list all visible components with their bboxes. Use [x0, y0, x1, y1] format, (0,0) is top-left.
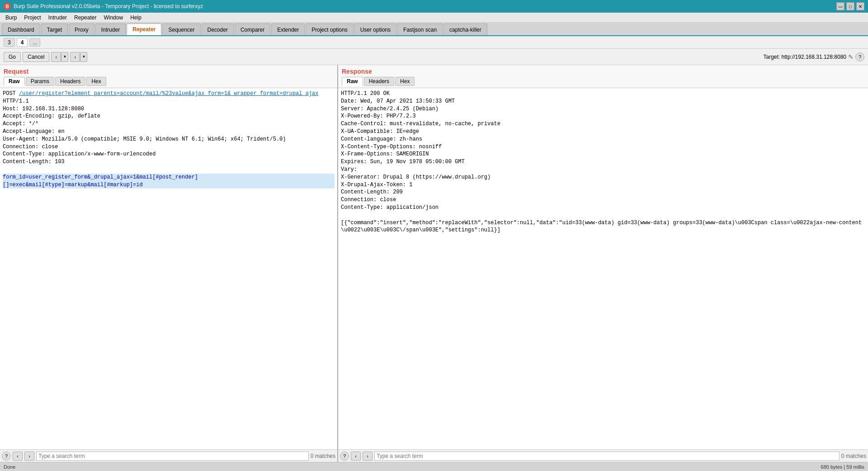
response-search-input[interactable]: [374, 452, 840, 461]
response-title: Response: [342, 68, 864, 75]
response-search-help[interactable]: ?: [340, 452, 349, 461]
request-search-input[interactable]: [36, 452, 309, 461]
request-panel: Request Raw Params Headers Hex POST /use…: [0, 65, 338, 462]
repeater-tab-3[interactable]: 3: [4, 38, 15, 47]
response-search-bar: ? ‹ › 0 matches: [338, 449, 868, 462]
menu-bar: Burp Project Intruder Repeater Window He…: [0, 13, 868, 23]
response-line: X-Generator: Drupal 8 (https://www.drupa…: [341, 174, 865, 181]
edit-target-icon[interactable]: ✎: [848, 53, 854, 61]
request-line: POST /user/register?element_parents=acco…: [3, 90, 335, 105]
menu-help[interactable]: Help: [127, 14, 145, 22]
request-search-prev[interactable]: ‹: [13, 452, 23, 461]
response-line: [{"command":"insert","method":"replaceWi…: [341, 219, 865, 235]
request-line: Accept: */*: [3, 120, 335, 128]
title-bar-controls: — □ ✕: [836, 2, 864, 10]
repeater-tab-more[interactable]: ...: [29, 38, 40, 47]
next-dropdown[interactable]: ▼: [80, 52, 87, 62]
request-line: form_id=user_register_form&_drupal_ajax=…: [3, 174, 335, 189]
minimize-button[interactable]: —: [836, 2, 844, 10]
prev-dropdown[interactable]: ▼: [61, 52, 68, 62]
app-icon: B: [4, 3, 11, 10]
response-search-next[interactable]: ›: [363, 452, 373, 461]
response-tabs: Raw Headers Hex: [342, 77, 864, 86]
response-search-prev[interactable]: ‹: [351, 452, 361, 461]
request-line: Content-Type: application/x-www-form-url…: [3, 151, 335, 158]
request-search-help[interactable]: ?: [2, 452, 11, 461]
go-button[interactable]: Go: [4, 52, 21, 62]
tab-intruder[interactable]: Intruder: [95, 24, 126, 35]
tab-captcha-killer[interactable]: captcha-killer: [443, 24, 487, 35]
request-line: Host: 192.168.31.128:8080: [3, 105, 335, 113]
title-bar-left: B Burp Suite Professional v2.0.05beta - …: [4, 3, 203, 10]
request-line: Accept-Encoding: gzip, deflate: [3, 113, 335, 120]
menu-project[interactable]: Project: [20, 14, 44, 22]
menu-window[interactable]: Window: [100, 14, 127, 22]
request-search-next[interactable]: ›: [24, 452, 34, 461]
tab-target[interactable]: Target: [41, 24, 68, 35]
response-panel: Response Raw Headers Hex HTTP/1.1 200 OK…: [338, 65, 868, 462]
response-line: Server: Apache/2.4.25 (Debian): [341, 105, 865, 113]
request-search-matches: 0 matches: [311, 453, 335, 459]
tab-decoder[interactable]: Decoder: [202, 24, 234, 35]
response-line: [341, 212, 865, 219]
response-line: X-Powered-By: PHP/7.2.3: [341, 113, 865, 120]
target-text: Target: http://192.168.31.128:8080: [764, 54, 846, 60]
response-line: X-Drupal-Ajax-Token: 1: [341, 181, 865, 189]
request-tab-params[interactable]: Params: [26, 77, 54, 86]
target-help-icon[interactable]: ?: [855, 52, 864, 61]
response-line: Connection: close: [341, 196, 865, 204]
tab-fastjson-scan[interactable]: Fastjson scan: [397, 24, 443, 35]
maximize-button[interactable]: □: [846, 2, 854, 10]
request-panel-header: Request Raw Params Headers Hex: [0, 65, 337, 88]
request-tab-headers[interactable]: Headers: [55, 77, 85, 86]
tab-dashboard[interactable]: Dashboard: [2, 24, 40, 35]
request-tabs: Raw Params Headers Hex: [4, 77, 334, 86]
toolbar: Go Cancel ‹ ▼ › ▼ Target: http://192.168…: [0, 49, 868, 65]
tab-repeater[interactable]: Repeater: [127, 24, 161, 35]
response-content[interactable]: HTTP/1.1 200 OKDate: Wed, 07 Apr 2021 13…: [338, 88, 868, 449]
title-bar-title: Burp Suite Professional v2.0.05beta - Te…: [14, 3, 203, 9]
prev-button[interactable]: ‹: [51, 52, 61, 62]
request-line: Accept-Language: en: [3, 128, 335, 136]
request-tab-hex[interactable]: Hex: [86, 77, 106, 86]
response-tab-headers[interactable]: Headers: [364, 77, 394, 86]
repeater-sub-bar: 3 4 ...: [0, 36, 868, 49]
response-line: X-Frame-Options: SAMEORIGIN: [341, 151, 865, 158]
request-tab-raw[interactable]: Raw: [4, 77, 25, 86]
response-line: Date: Wed, 07 Apr 2021 13:50:33 GMT: [341, 98, 865, 105]
cancel-button[interactable]: Cancel: [23, 52, 49, 62]
status-left: Done: [4, 464, 15, 470]
response-line: Content-Type: application/json: [341, 204, 865, 212]
repeater-tab-4[interactable]: 4: [17, 38, 28, 47]
menu-intruder[interactable]: Intruder: [45, 14, 71, 22]
response-tab-hex[interactable]: Hex: [395, 77, 415, 86]
tab-sequencer[interactable]: Sequencer: [162, 24, 200, 35]
close-button[interactable]: ✕: [856, 2, 864, 10]
response-line: Expires: Sun, 19 Nov 1978 05:00:00 GMT: [341, 158, 865, 166]
response-line: Vary:: [341, 166, 865, 174]
tab-project-options[interactable]: Project options: [306, 24, 353, 35]
title-bar: B Burp Suite Professional v2.0.05beta - …: [0, 0, 868, 13]
next-button[interactable]: ›: [70, 52, 80, 62]
request-title: Request: [4, 68, 334, 75]
tab-user-options[interactable]: User options: [354, 24, 396, 35]
main-content: Request Raw Params Headers Hex POST /use…: [0, 65, 868, 462]
response-tab-raw[interactable]: Raw: [342, 77, 363, 86]
tab-comparer[interactable]: Comparer: [235, 24, 270, 35]
request-line: Connection: close: [3, 143, 335, 151]
tab-proxy[interactable]: Proxy: [69, 24, 94, 35]
menu-burp[interactable]: Burp: [2, 14, 20, 22]
menu-repeater[interactable]: Repeater: [71, 14, 100, 22]
status-bar: Done 680 bytes | 59 millis: [0, 462, 868, 471]
response-line: HTTP/1.1 200 OK: [341, 90, 865, 98]
response-line: Content-language: zh-hans: [341, 136, 865, 143]
request-line: User-Agent: Mozilla/5.0 (compatible; MSI…: [3, 136, 335, 143]
request-url[interactable]: /user/register?element_parents=account/m…: [19, 90, 319, 97]
request-content[interactable]: POST /user/register?element_parents=acco…: [0, 88, 337, 449]
response-line: X-UA-Compatible: IE=edge: [341, 128, 865, 136]
request-search-bar: ? ‹ › 0 matches: [0, 449, 337, 462]
main-tab-bar: Dashboard Target Proxy Intruder Repeater…: [0, 23, 868, 36]
response-line: Cache-Control: must-revalidate, no-cache…: [341, 120, 865, 128]
tab-extender[interactable]: Extender: [271, 24, 305, 35]
status-right: 680 bytes | 59 millis: [821, 464, 864, 470]
